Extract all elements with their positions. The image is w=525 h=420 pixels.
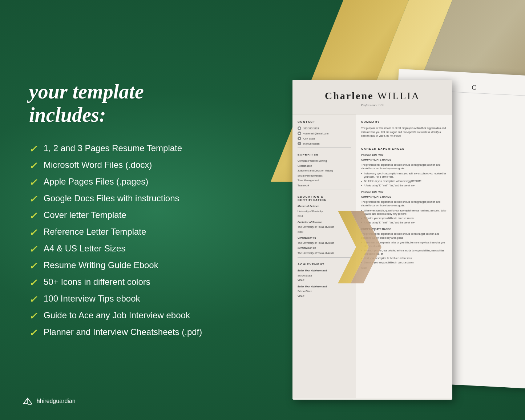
pos2-company: COMPANY|DATE RANGE [361, 195, 447, 199]
pos1-bullet2: Be details in your descriptions without … [361, 179, 447, 183]
pos1-company: COMPANY|DATE RANGE [361, 158, 447, 162]
phone-row: 333.333.3333 [298, 126, 351, 130]
education-section-title: EDUCATION & CERTIFICATION [298, 195, 351, 202]
left-panel: your template includes: ✓ 1, 2 and 3 Pag… [29, 80, 269, 344]
list-item: ✓ 100 Interview Tips ebook [29, 294, 269, 305]
expertise-section-title: EXPERTISE [298, 153, 351, 156]
phone-text: 333.333.3333 [303, 127, 319, 130]
expertise-item: Time Management [298, 179, 351, 183]
check-icon: ✓ [29, 194, 37, 205]
linkedin-icon: in [298, 142, 301, 145]
check-icon: ✓ [29, 144, 37, 155]
svg-rect-6 [299, 133, 300, 134]
svg-marker-8 [299, 138, 300, 139]
check-icon: ✓ [29, 227, 37, 238]
expertise-item: Judgment and Decision Making [298, 169, 351, 173]
summary-section-title: SUMMARY [361, 120, 447, 124]
phone-icon [298, 126, 301, 130]
check-icon: ✓ [29, 311, 37, 322]
ach2detail: School/State [298, 290, 351, 294]
location-icon [298, 137, 301, 140]
list-item: ✓ Cover letter Template [29, 210, 269, 222]
brand-logo: hhiredguardian [22, 397, 76, 405]
summary-text: The purpose of this area is to direct em… [361, 126, 447, 138]
location-text: City, State [303, 137, 315, 140]
check-icon: ✓ [29, 210, 37, 222]
list-item: ✓ 50+ Icons in different colors [29, 277, 269, 288]
resume-title: Professional Title [301, 103, 444, 107]
career-section-title: CAREER EXPERIENCES [361, 147, 447, 150]
contact-section-title: CONTACT [298, 120, 351, 124]
location-row: City, State [298, 137, 351, 140]
decorative-line [54, 0, 54, 73]
list-item: ✓ Planner and Interview Cheatsheets (.pd… [29, 327, 269, 339]
degree1: Master of Science [298, 205, 351, 209]
check-icon: ✓ [29, 294, 37, 305]
email-row: youremail@email.com [298, 132, 351, 135]
list-item: ✓ 1, 2 and 3 Pages Resume Template [29, 143, 269, 155]
expertise-item: Coordination [298, 164, 351, 168]
check-icon: ✓ [29, 244, 37, 255]
feature-list: ✓ 1, 2 and 3 Pages Resume Template ✓ Mic… [29, 143, 269, 339]
resume-last-name: WILLIA [377, 90, 420, 101]
divider [298, 148, 351, 148]
list-item: ✓ A4 & US Letter Sizes [29, 243, 269, 255]
ach2year: YEAR [298, 295, 351, 299]
check-icon: ✓ [29, 327, 37, 339]
check-icon: ✓ [29, 160, 37, 171]
linkedin-text: in/yourlinkedin [303, 142, 320, 145]
check-icon: ✓ [29, 277, 37, 288]
logo-icon [22, 397, 33, 405]
list-item: ✓ Resume Writing Guide Ebook [29, 260, 269, 272]
pos1-bullet3: * Avoid using "I," "and," "the," and the… [361, 184, 447, 187]
resume-header: Charlene WILLIA Professional Title [292, 80, 452, 114]
expertise-item: Teamwork [298, 184, 351, 188]
list-item: ✓ Guide to Ace any Job Interview ebook [29, 310, 269, 322]
chevron-arrows [338, 211, 381, 283]
pos1-desc: The professional experience section shou… [361, 163, 447, 171]
divider [361, 142, 447, 142]
list-item: ✓ Google Docs Files with instructions [29, 193, 269, 205]
expertise-item: Social Perceptiveness [298, 174, 351, 178]
list-item: ✓ Apple Pages Files (.pages) [29, 177, 269, 188]
list-item: ✓ Microsoft Word Files (.docx) [29, 160, 269, 171]
achievement2: Enter Your Achievement [298, 285, 351, 289]
check-icon: ✓ [29, 177, 37, 188]
resume-first-name: Charlene [325, 90, 373, 101]
pos1-title: Position Title Here [361, 153, 447, 157]
email-icon [298, 132, 301, 135]
main-heading: your template includes: [29, 80, 269, 127]
pos1-bullet1: Include any specific accomplishments you… [361, 172, 447, 179]
list-item: ✓ Reference Letter Template [29, 227, 269, 238]
check-icon: ✓ [29, 261, 37, 272]
linkedin-row: in in/yourlinkedin [298, 142, 351, 145]
pos2-desc: The professional experience section shou… [361, 200, 447, 208]
resume-preview: C CONTACT 🔷 333.333.3333 📧 youremail@ema… [292, 65, 525, 392]
svg-text:in: in [299, 142, 300, 145]
email-text: youremail@email.com [303, 132, 328, 135]
divider [298, 190, 351, 190]
svg-point-5 [299, 128, 300, 129]
brand-name: hhiredguardian [36, 398, 76, 404]
expertise-item: Complex Problem Solving [298, 159, 351, 163]
pos2-title: Position Title Here [361, 190, 447, 194]
